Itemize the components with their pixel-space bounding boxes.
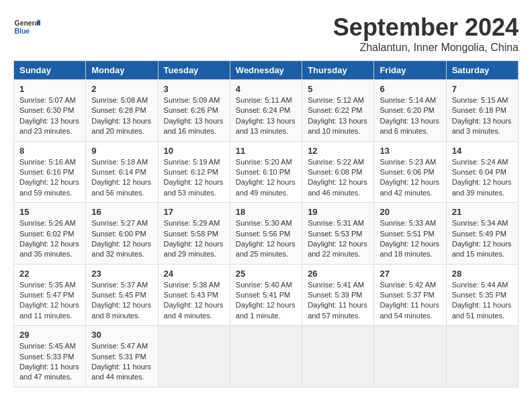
- calendar-cell: 17 Sunrise: 5:29 AM Sunset: 5:58 PM Dayl…: [158, 203, 230, 265]
- calendar-week-3: 15 Sunrise: 5:26 AM Sunset: 6:02 PM Dayl…: [14, 203, 519, 265]
- daylight: Daylight: 12 hours and 8 minutes.: [91, 301, 151, 319]
- day-info: Sunrise: 5:16 AM Sunset: 6:16 PM Dayligh…: [19, 157, 80, 199]
- sunrise: Sunrise: 5:34 AM: [452, 219, 508, 227]
- sunset: Sunset: 6:14 PM: [91, 168, 146, 176]
- calendar-cell: [374, 326, 446, 387]
- day-info: Sunrise: 5:37 AM Sunset: 5:45 PM Dayligh…: [91, 280, 152, 322]
- calendar-cell: 3 Sunrise: 5:09 AM Sunset: 6:26 PM Dayli…: [158, 80, 230, 142]
- column-header-saturday: Saturday: [446, 61, 518, 80]
- calendar-week-5: 29 Sunrise: 5:45 AM Sunset: 5:33 PM Dayl…: [14, 326, 519, 387]
- day-info: Sunrise: 5:29 AM Sunset: 5:58 PM Dayligh…: [164, 218, 224, 260]
- sunrise: Sunrise: 5:16 AM: [19, 158, 76, 166]
- sunrise: Sunrise: 5:47 AM: [91, 342, 148, 350]
- sunrise: Sunrise: 5:33 AM: [380, 219, 436, 227]
- day-info: Sunrise: 5:45 AM Sunset: 5:33 PM Dayligh…: [19, 341, 80, 383]
- daylight: Daylight: 12 hours and 22 minutes.: [308, 240, 367, 258]
- sunset: Sunset: 5:31 PM: [91, 353, 146, 361]
- daylight: Daylight: 12 hours and 59 minutes.: [19, 178, 79, 196]
- day-info: Sunrise: 5:19 AM Sunset: 6:12 PM Dayligh…: [164, 157, 224, 199]
- calendar-cell: [446, 326, 518, 387]
- sunset: Sunset: 5:45 PM: [91, 291, 146, 299]
- day-info: Sunrise: 5:42 AM Sunset: 5:37 PM Dayligh…: [380, 280, 440, 322]
- svg-text:General: General: [15, 19, 40, 27]
- sunrise: Sunrise: 5:35 AM: [19, 281, 76, 289]
- day-number: 14: [452, 146, 513, 156]
- daylight: Daylight: 13 hours and 16 minutes.: [164, 117, 224, 135]
- sunset: Sunset: 6:12 PM: [164, 168, 218, 176]
- daylight: Daylight: 13 hours and 20 minutes.: [91, 117, 151, 135]
- sunrise: Sunrise: 5:29 AM: [164, 219, 220, 227]
- sunrise: Sunrise: 5:31 AM: [308, 219, 364, 227]
- daylight: Daylight: 12 hours and 32 minutes.: [91, 240, 151, 258]
- sunrise: Sunrise: 5:24 AM: [452, 158, 508, 166]
- calendar-cell: 18 Sunrise: 5:30 AM Sunset: 5:56 PM Dayl…: [230, 203, 302, 265]
- page-header: General Blue September 2024 Zhalantun, I…: [13, 13, 519, 54]
- sunset: Sunset: 6:08 PM: [308, 168, 362, 176]
- daylight: Daylight: 12 hours and 29 minutes.: [164, 240, 224, 258]
- daylight: Daylight: 12 hours and 35 minutes.: [19, 240, 79, 258]
- day-number: 13: [380, 146, 440, 156]
- sunset: Sunset: 6:20 PM: [380, 106, 434, 114]
- calendar-cell: 19 Sunrise: 5:31 AM Sunset: 5:53 PM Dayl…: [302, 203, 374, 265]
- column-header-friday: Friday: [374, 61, 446, 80]
- day-number: 9: [91, 146, 152, 156]
- day-number: 30: [91, 330, 152, 340]
- sunset: Sunset: 6:28 PM: [91, 106, 146, 114]
- calendar-cell: 28 Sunrise: 5:44 AM Sunset: 5:35 PM Dayl…: [446, 264, 518, 326]
- sunset: Sunset: 6:30 PM: [19, 106, 74, 114]
- sunset: Sunset: 6:18 PM: [452, 106, 506, 114]
- sunrise: Sunrise: 5:08 AM: [91, 96, 148, 104]
- day-info: Sunrise: 5:09 AM Sunset: 6:26 PM Dayligh…: [164, 95, 224, 137]
- day-number: 25: [236, 269, 296, 279]
- day-info: Sunrise: 5:20 AM Sunset: 6:10 PM Dayligh…: [236, 157, 296, 199]
- day-number: 18: [236, 207, 296, 217]
- daylight: Daylight: 11 hours and 54 minutes.: [380, 301, 439, 319]
- sunrise: Sunrise: 5:26 AM: [19, 219, 76, 227]
- sunrise: Sunrise: 5:19 AM: [164, 158, 220, 166]
- day-info: Sunrise: 5:40 AM Sunset: 5:41 PM Dayligh…: [236, 280, 296, 322]
- calendar-cell: 21 Sunrise: 5:34 AM Sunset: 5:49 PM Dayl…: [446, 203, 518, 265]
- daylight: Daylight: 13 hours and 23 minutes.: [19, 117, 79, 135]
- day-info: Sunrise: 5:33 AM Sunset: 5:51 PM Dayligh…: [380, 218, 440, 260]
- daylight: Daylight: 12 hours and 46 minutes.: [308, 178, 367, 196]
- sunrise: Sunrise: 5:23 AM: [380, 158, 436, 166]
- day-info: Sunrise: 5:23 AM Sunset: 6:06 PM Dayligh…: [380, 157, 440, 199]
- sunrise: Sunrise: 5:27 AM: [91, 219, 148, 227]
- daylight: Daylight: 12 hours and 49 minutes.: [236, 178, 296, 196]
- daylight: Daylight: 12 hours and 56 minutes.: [91, 178, 151, 196]
- day-number: 11: [236, 146, 296, 156]
- calendar-cell: [230, 326, 302, 387]
- daylight: Daylight: 13 hours and 10 minutes.: [308, 117, 367, 135]
- day-number: 2: [91, 84, 152, 94]
- sunset: Sunset: 5:35 PM: [452, 291, 506, 299]
- sunrise: Sunrise: 5:42 AM: [380, 281, 436, 289]
- sunset: Sunset: 6:24 PM: [236, 106, 290, 114]
- day-number: 24: [164, 269, 224, 279]
- day-number: 20: [380, 207, 440, 217]
- calendar-cell: 10 Sunrise: 5:19 AM Sunset: 6:12 PM Dayl…: [158, 141, 230, 203]
- calendar-cell: [302, 326, 374, 387]
- day-number: 27: [380, 269, 440, 279]
- calendar-table: SundayMondayTuesdayWednesdayThursdayFrid…: [13, 60, 519, 387]
- day-number: 5: [308, 84, 368, 94]
- day-number: 26: [308, 269, 368, 279]
- day-info: Sunrise: 5:15 AM Sunset: 6:18 PM Dayligh…: [452, 95, 513, 137]
- calendar-cell: 13 Sunrise: 5:23 AM Sunset: 6:06 PM Dayl…: [374, 141, 446, 203]
- sunset: Sunset: 6:02 PM: [19, 230, 74, 238]
- logo-icon: General Blue: [13, 13, 40, 40]
- column-header-monday: Monday: [86, 61, 158, 80]
- sunset: Sunset: 5:41 PM: [236, 291, 290, 299]
- day-info: Sunrise: 5:27 AM Sunset: 6:00 PM Dayligh…: [91, 218, 152, 260]
- calendar-cell: 14 Sunrise: 5:24 AM Sunset: 6:04 PM Dayl…: [446, 141, 518, 203]
- calendar-cell: 11 Sunrise: 5:20 AM Sunset: 6:10 PM Dayl…: [230, 141, 302, 203]
- day-info: Sunrise: 5:22 AM Sunset: 6:08 PM Dayligh…: [308, 157, 368, 199]
- day-info: Sunrise: 5:41 AM Sunset: 5:39 PM Dayligh…: [308, 280, 368, 322]
- sunrise: Sunrise: 5:18 AM: [91, 158, 148, 166]
- sunrise: Sunrise: 5:37 AM: [91, 281, 148, 289]
- daylight: Daylight: 12 hours and 15 minutes.: [452, 240, 512, 258]
- day-info: Sunrise: 5:34 AM Sunset: 5:49 PM Dayligh…: [452, 218, 513, 260]
- daylight: Daylight: 11 hours and 51 minutes.: [452, 301, 512, 319]
- column-header-wednesday: Wednesday: [230, 61, 302, 80]
- day-info: Sunrise: 5:47 AM Sunset: 5:31 PM Dayligh…: [91, 341, 152, 383]
- sunrise: Sunrise: 5:44 AM: [452, 281, 508, 289]
